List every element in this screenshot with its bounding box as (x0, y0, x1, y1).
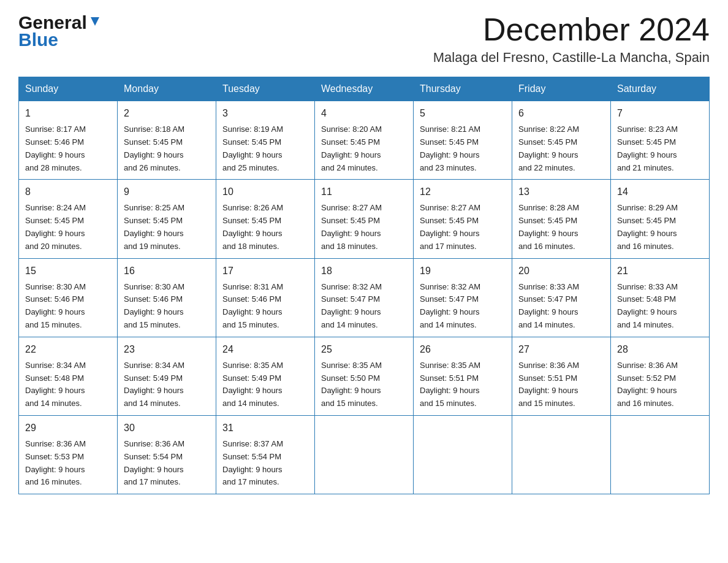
day-number: 8 (25, 185, 111, 199)
table-row: 4 Sunrise: 8:20 AMSunset: 5:45 PMDayligh… (315, 101, 414, 180)
day-info: Sunrise: 8:32 AMSunset: 5:47 PMDaylight:… (321, 282, 382, 329)
day-number: 10 (222, 185, 308, 199)
day-number: 28 (617, 342, 703, 357)
day-info: Sunrise: 8:24 AMSunset: 5:45 PMDaylight:… (25, 203, 86, 250)
logo-arrow-icon (88, 15, 102, 28)
day-number: 13 (518, 185, 604, 199)
day-info: Sunrise: 8:22 AMSunset: 5:45 PMDaylight:… (518, 124, 579, 172)
calendar-week-row: 8 Sunrise: 8:24 AMSunset: 5:45 PMDayligh… (19, 180, 710, 258)
day-info: Sunrise: 8:35 AMSunset: 5:51 PMDaylight:… (420, 361, 480, 408)
table-row: 22 Sunrise: 8:34 AMSunset: 5:48 PMDaylig… (19, 337, 118, 415)
day-info: Sunrise: 8:27 AMSunset: 5:45 PMDaylight:… (420, 203, 480, 250)
day-info: Sunrise: 8:30 AMSunset: 5:46 PMDaylight:… (25, 282, 86, 329)
day-info: Sunrise: 8:29 AMSunset: 5:45 PMDaylight:… (617, 203, 678, 250)
day-info: Sunrise: 8:21 AMSunset: 5:45 PMDaylight:… (420, 124, 480, 172)
day-info: Sunrise: 8:33 AMSunset: 5:48 PMDaylight:… (617, 282, 678, 329)
table-row: 17 Sunrise: 8:31 AMSunset: 5:46 PMDaylig… (216, 258, 315, 337)
calendar-week-row: 29 Sunrise: 8:36 AMSunset: 5:53 PMDaylig… (19, 415, 710, 494)
logo: General Blue (18, 12, 102, 50)
day-info: Sunrise: 8:19 AMSunset: 5:45 PMDaylight:… (222, 124, 283, 172)
table-row: 25 Sunrise: 8:35 AMSunset: 5:50 PMDaylig… (315, 337, 414, 415)
table-row (315, 415, 414, 494)
table-row: 29 Sunrise: 8:36 AMSunset: 5:53 PMDaylig… (19, 415, 118, 494)
day-info: Sunrise: 8:37 AMSunset: 5:54 PMDaylight:… (222, 439, 283, 486)
day-info: Sunrise: 8:33 AMSunset: 5:47 PMDaylight:… (518, 282, 579, 329)
day-number: 29 (25, 421, 111, 435)
day-info: Sunrise: 8:27 AMSunset: 5:45 PMDaylight:… (321, 203, 382, 250)
table-row: 18 Sunrise: 8:32 AMSunset: 5:47 PMDaylig… (315, 258, 414, 337)
day-number: 2 (124, 106, 210, 121)
svg-marker-0 (91, 17, 99, 26)
table-row: 16 Sunrise: 8:30 AMSunset: 5:46 PMDaylig… (118, 258, 216, 337)
table-row: 9 Sunrise: 8:25 AMSunset: 5:45 PMDayligh… (118, 180, 216, 258)
month-title: December 2024 (433, 12, 710, 47)
day-number: 15 (25, 264, 111, 278)
day-number: 16 (124, 264, 210, 278)
day-number: 20 (518, 264, 604, 278)
day-info: Sunrise: 8:20 AMSunset: 5:45 PMDaylight:… (321, 124, 382, 172)
page-header: General Blue December 2024 Malaga del Fr… (18, 12, 710, 66)
table-row: 19 Sunrise: 8:32 AMSunset: 5:47 PMDaylig… (414, 258, 512, 337)
table-row: 1 Sunrise: 8:17 AMSunset: 5:46 PMDayligh… (19, 101, 118, 180)
table-row: 27 Sunrise: 8:36 AMSunset: 5:51 PMDaylig… (512, 337, 611, 415)
header-monday: Monday (118, 77, 216, 101)
location-title: Malaga del Fresno, Castille-La Mancha, S… (433, 50, 710, 66)
table-row: 26 Sunrise: 8:35 AMSunset: 5:51 PMDaylig… (414, 337, 512, 415)
table-row: 31 Sunrise: 8:37 AMSunset: 5:54 PMDaylig… (216, 415, 315, 494)
table-row: 20 Sunrise: 8:33 AMSunset: 5:47 PMDaylig… (512, 258, 611, 337)
day-number: 17 (222, 264, 308, 278)
day-number: 23 (124, 342, 210, 357)
day-info: Sunrise: 8:23 AMSunset: 5:45 PMDaylight:… (617, 124, 678, 172)
table-row (512, 415, 611, 494)
table-row: 28 Sunrise: 8:36 AMSunset: 5:52 PMDaylig… (611, 337, 710, 415)
table-row: 23 Sunrise: 8:34 AMSunset: 5:49 PMDaylig… (118, 337, 216, 415)
logo-blue: Blue (18, 29, 58, 50)
header-friday: Friday (512, 77, 611, 101)
day-number: 1 (25, 106, 111, 121)
table-row: 8 Sunrise: 8:24 AMSunset: 5:45 PMDayligh… (19, 180, 118, 258)
table-row: 24 Sunrise: 8:35 AMSunset: 5:49 PMDaylig… (216, 337, 315, 415)
table-row (611, 415, 710, 494)
day-number: 6 (518, 106, 604, 121)
day-info: Sunrise: 8:34 AMSunset: 5:48 PMDaylight:… (25, 361, 86, 408)
day-number: 22 (25, 342, 111, 357)
day-info: Sunrise: 8:30 AMSunset: 5:46 PMDaylight:… (124, 282, 184, 329)
day-number: 5 (420, 106, 506, 121)
table-row: 30 Sunrise: 8:36 AMSunset: 5:54 PMDaylig… (118, 415, 216, 494)
table-row: 13 Sunrise: 8:28 AMSunset: 5:45 PMDaylig… (512, 180, 611, 258)
calendar-header-row: Sunday Monday Tuesday Wednesday Thursday… (19, 77, 710, 101)
table-row: 15 Sunrise: 8:30 AMSunset: 5:46 PMDaylig… (19, 258, 118, 337)
day-number: 9 (124, 185, 210, 199)
day-number: 24 (222, 342, 308, 357)
day-number: 4 (321, 106, 407, 121)
table-row: 2 Sunrise: 8:18 AMSunset: 5:45 PMDayligh… (118, 101, 216, 180)
calendar-week-row: 22 Sunrise: 8:34 AMSunset: 5:48 PMDaylig… (19, 337, 710, 415)
day-info: Sunrise: 8:28 AMSunset: 5:45 PMDaylight:… (518, 203, 579, 250)
day-number: 18 (321, 264, 407, 278)
day-number: 11 (321, 185, 407, 199)
day-number: 30 (124, 421, 210, 435)
table-row: 10 Sunrise: 8:26 AMSunset: 5:45 PMDaylig… (216, 180, 315, 258)
table-row (414, 415, 512, 494)
table-row: 14 Sunrise: 8:29 AMSunset: 5:45 PMDaylig… (611, 180, 710, 258)
day-info: Sunrise: 8:32 AMSunset: 5:47 PMDaylight:… (420, 282, 480, 329)
calendar-week-row: 1 Sunrise: 8:17 AMSunset: 5:46 PMDayligh… (19, 101, 710, 180)
day-info: Sunrise: 8:17 AMSunset: 5:46 PMDaylight:… (25, 124, 86, 172)
header-tuesday: Tuesday (216, 77, 315, 101)
day-number: 14 (617, 185, 703, 199)
day-info: Sunrise: 8:34 AMSunset: 5:49 PMDaylight:… (124, 361, 184, 408)
title-section: December 2024 Malaga del Fresno, Castill… (433, 12, 710, 66)
header-saturday: Saturday (611, 77, 710, 101)
day-number: 7 (617, 106, 703, 121)
table-row: 3 Sunrise: 8:19 AMSunset: 5:45 PMDayligh… (216, 101, 315, 180)
day-info: Sunrise: 8:36 AMSunset: 5:53 PMDaylight:… (25, 439, 86, 486)
day-info: Sunrise: 8:36 AMSunset: 5:51 PMDaylight:… (518, 361, 579, 408)
header-wednesday: Wednesday (315, 77, 414, 101)
table-row: 6 Sunrise: 8:22 AMSunset: 5:45 PMDayligh… (512, 101, 611, 180)
day-info: Sunrise: 8:18 AMSunset: 5:45 PMDaylight:… (124, 124, 184, 172)
calendar-week-row: 15 Sunrise: 8:30 AMSunset: 5:46 PMDaylig… (19, 258, 710, 337)
day-info: Sunrise: 8:36 AMSunset: 5:52 PMDaylight:… (617, 361, 678, 408)
day-number: 21 (617, 264, 703, 278)
header-thursday: Thursday (414, 77, 512, 101)
table-row: 21 Sunrise: 8:33 AMSunset: 5:48 PMDaylig… (611, 258, 710, 337)
